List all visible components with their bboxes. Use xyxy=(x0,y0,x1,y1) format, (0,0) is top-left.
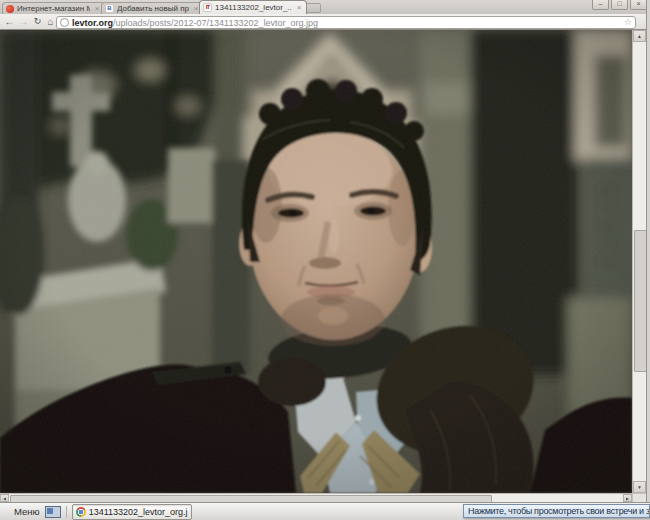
vk-favicon-icon: В xyxy=(105,4,114,13)
back-button[interactable]: ← xyxy=(3,15,16,28)
url-path: /uploads/posts/2012-07/1341133202_levtor… xyxy=(113,18,621,28)
tab-title: Добавить новый пре... xyxy=(117,4,189,13)
url-domain: levtor.org xyxy=(72,18,113,28)
tab-strip: Интернет-магазин М... × В Добавить новый… xyxy=(0,0,650,14)
menu-button[interactable]: Меню xyxy=(14,506,40,517)
tab-title: 1341133202_levtor_... xyxy=(215,3,292,12)
shop-favicon-icon xyxy=(6,5,14,13)
close-button[interactable]: × xyxy=(630,0,647,10)
tab-close-icon[interactable]: × xyxy=(93,5,101,13)
cemetery-photo xyxy=(0,30,632,493)
taskbar-window-button[interactable]: 1341133202_levtor_org.j... xyxy=(72,504,192,520)
browser-toolbar: ← → ↻ ⌂ levtor.org /uploads/posts/2012-0… xyxy=(0,14,650,30)
horizontal-scrollbar[interactable]: ◀ ▶ xyxy=(0,493,632,502)
tab-image-active[interactable]: IT 1341133202_levtor_... × xyxy=(199,0,307,14)
scroll-right-icon[interactable]: ▶ xyxy=(623,494,632,502)
window-controls: – □ × xyxy=(592,0,647,10)
desktop: { "window": {"minimize": "–", "maximize"… xyxy=(0,0,650,520)
bookmark-star-icon[interactable]: ☆ xyxy=(624,18,632,27)
image-favicon-icon: IT xyxy=(203,3,212,12)
new-tab-button[interactable] xyxy=(305,3,321,13)
reload-button[interactable]: ↻ xyxy=(31,15,44,28)
chrome-logo-icon xyxy=(76,507,86,517)
scroll-up-icon[interactable]: ▲ xyxy=(633,30,646,42)
tab-title: Интернет-магазин М... xyxy=(17,4,90,13)
calendar-tooltip: Нажмите, чтобы просмотреть свои встречи … xyxy=(463,504,650,518)
scroll-down-icon[interactable]: ▼ xyxy=(633,481,646,493)
tab-shop[interactable]: Интернет-магазин М... × xyxy=(2,2,105,14)
page-content xyxy=(0,30,632,493)
vertical-scrollbar[interactable]: ▲ ▼ xyxy=(632,30,646,493)
workspace-switcher-icon[interactable] xyxy=(45,506,61,518)
minimize-button[interactable]: – xyxy=(592,0,609,10)
tab-add-new[interactable]: В Добавить новый пре... × xyxy=(101,2,204,14)
address-bar[interactable]: levtor.org /uploads/posts/2012-07/134113… xyxy=(56,16,636,29)
tab-close-icon[interactable]: × xyxy=(295,4,303,12)
maximize-button[interactable]: □ xyxy=(611,0,628,10)
forward-button[interactable]: → xyxy=(17,15,30,28)
taskbar-window-title: 1341133202_levtor_org.j... xyxy=(89,507,188,517)
taskbar-separator xyxy=(66,506,67,518)
scroll-left-icon[interactable]: ◀ xyxy=(0,494,9,502)
workspace-pane xyxy=(47,508,53,514)
window-frame-edge xyxy=(646,0,650,502)
page-globe-icon xyxy=(60,18,69,27)
